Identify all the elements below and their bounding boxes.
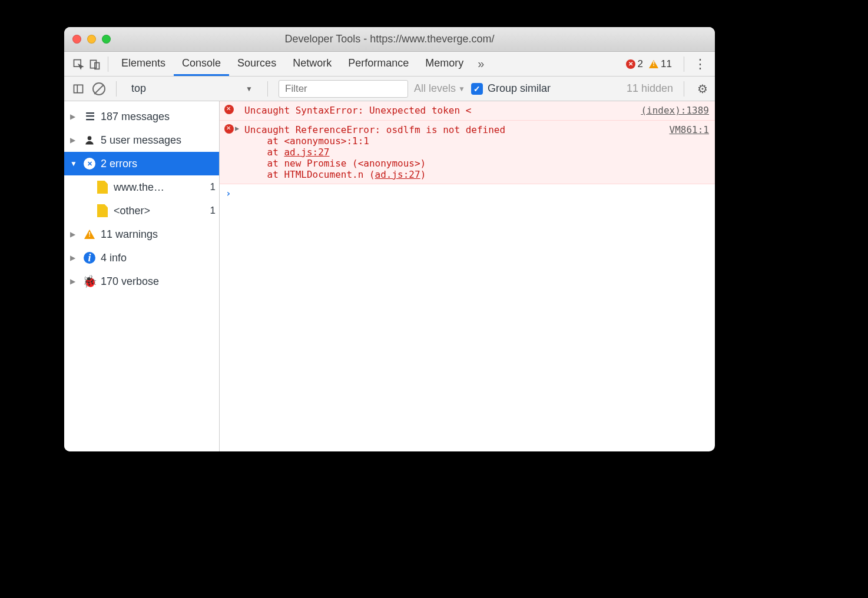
file-icon (97, 181, 108, 194)
disclosure-right-icon: ▶ (70, 230, 78, 238)
sidebar-item-warnings[interactable]: ▶ 11 warnings (64, 222, 219, 246)
console-error-message[interactable]: Uncaught SyntaxError: Unexpected token <… (220, 101, 715, 121)
warning-icon (84, 230, 95, 239)
log-levels-label: All levels (414, 82, 456, 95)
stack-link[interactable]: ad.js:27 (284, 147, 329, 158)
svg-point-5 (88, 136, 92, 140)
info-icon (84, 252, 95, 264)
divider (267, 81, 268, 97)
disclosure-right-icon: ▶ (70, 112, 78, 121)
hidden-count[interactable]: 11 hidden (627, 82, 673, 95)
warning-icon (649, 60, 658, 68)
message-text: Uncaught SyntaxError: Unexpected token < (244, 105, 641, 117)
list-icon: ☰ (83, 110, 96, 123)
message-text: Uncaught ReferenceError: osdlfm is not d… (244, 124, 670, 180)
message-source-link[interactable]: VM861:1 (670, 124, 709, 180)
error-icon (224, 105, 234, 114)
sidebar-item-errors-source[interactable]: www.the… 1 (64, 175, 219, 199)
console-toolbar: top ▼ All levels ▼ Group similar 11 hidd… (64, 77, 715, 101)
disclosure-right-icon: ▶ (70, 254, 78, 262)
divider (684, 81, 684, 97)
divider (116, 81, 117, 97)
file-icon (97, 204, 108, 217)
tab-performance[interactable]: Performance (340, 52, 417, 76)
user-icon (83, 134, 96, 146)
settings-menu-icon[interactable]: ⋮ (689, 57, 711, 72)
filter-input[interactable] (279, 80, 408, 98)
warning-count: 11 (661, 58, 672, 70)
tab-network[interactable]: Network (284, 52, 340, 76)
element-picker-icon[interactable] (70, 56, 87, 72)
console-prompt[interactable]: › (220, 184, 715, 202)
disclosure-down-icon: ▼ (70, 160, 78, 168)
error-icon (224, 124, 234, 134)
console-error-message[interactable]: ▶ Uncaught ReferenceError: osdlfm is not… (220, 121, 715, 184)
chevron-down-icon: ▼ (458, 85, 465, 93)
toggle-device-icon[interactable] (87, 56, 103, 72)
error-count: 2 (638, 58, 643, 70)
divider (108, 57, 108, 72)
disclosure-right-icon[interactable]: ▶ (235, 124, 244, 180)
tab-memory[interactable]: Memory (417, 52, 472, 76)
tabs-bar: Elements Console Sources Network Perform… (64, 52, 715, 77)
context-selector[interactable]: top ▼ (127, 80, 257, 97)
tab-console[interactable]: Console (174, 52, 229, 76)
toggle-sidebar-icon[interactable] (70, 81, 87, 97)
context-selector-value: top (131, 82, 146, 95)
window-controls (72, 35, 111, 44)
close-window-button[interactable] (72, 35, 81, 44)
log-levels-selector[interactable]: All levels ▼ (414, 82, 465, 95)
sidebar-item-user-messages[interactable]: ▶ 5 user messages (64, 128, 219, 152)
console-settings-icon[interactable]: ⚙ (695, 82, 710, 96)
sidebar-item-info[interactable]: ▶ 4 info (64, 246, 219, 270)
tab-elements[interactable]: Elements (113, 52, 174, 76)
devtools-window: Developer Tools - https://www.theverge.c… (64, 27, 715, 451)
console-output: Uncaught SyntaxError: Unexpected token <… (220, 101, 715, 451)
svg-rect-3 (74, 85, 83, 92)
panel-tabs: Elements Console Sources Network Perform… (113, 52, 472, 76)
error-icon (626, 59, 635, 69)
clear-console-icon[interactable] (92, 82, 105, 95)
disclosure-right-icon: ▶ (70, 277, 78, 285)
more-tabs-icon[interactable]: » (472, 57, 490, 71)
sidebar-item-messages[interactable]: ▶ ☰ 187 messages (64, 105, 219, 128)
group-similar-label: Group similar (488, 82, 551, 95)
console-body: ▶ ☰ 187 messages ▶ 5 user messages ▼ 2 e… (64, 101, 715, 451)
console-sidebar: ▶ ☰ 187 messages ▶ 5 user messages ▼ 2 e… (64, 101, 220, 451)
sidebar-item-errors-source[interactable]: <other> 1 (64, 199, 219, 222)
titlebar: Developer Tools - https://www.theverge.c… (64, 27, 715, 52)
stack-link[interactable]: ad.js:27 (375, 169, 420, 180)
sidebar-item-verbose[interactable]: ▶ 🐞 170 verbose (64, 270, 219, 293)
divider (684, 57, 684, 72)
checkbox-checked-icon (471, 83, 483, 95)
window-title: Developer Tools - https://www.theverge.c… (64, 33, 715, 45)
message-source-link[interactable]: (index):1389 (641, 105, 709, 117)
disclosure-right-icon: ▶ (70, 136, 78, 144)
chevron-down-icon: ▼ (246, 85, 253, 93)
error-warning-counts[interactable]: 2 11 (626, 58, 675, 70)
minimize-window-button[interactable] (87, 35, 96, 44)
bug-icon: 🐞 (83, 274, 96, 288)
tab-sources[interactable]: Sources (229, 52, 284, 76)
sidebar-item-errors[interactable]: ▼ 2 errors (64, 152, 219, 175)
zoom-window-button[interactable] (102, 35, 111, 44)
group-similar-checkbox[interactable]: Group similar (471, 82, 551, 95)
svg-rect-1 (91, 60, 97, 68)
error-icon (84, 158, 95, 170)
